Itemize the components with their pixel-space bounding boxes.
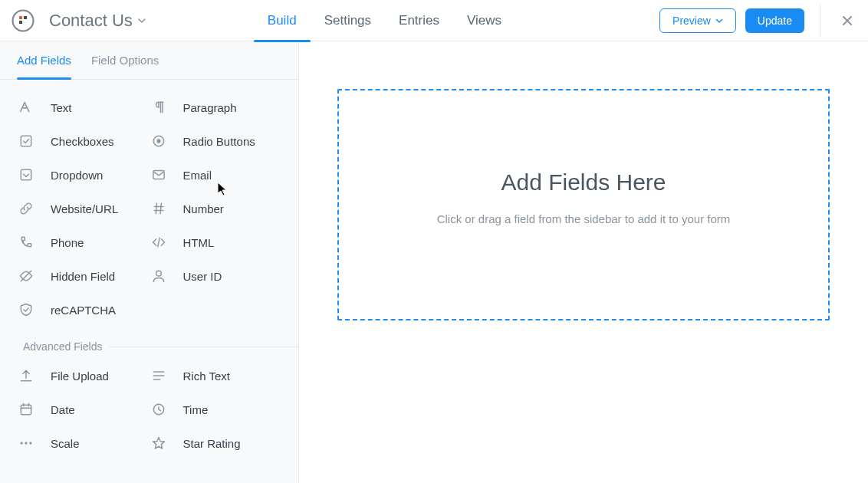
sidebar-tab-field-options[interactable]: Field Options [91, 41, 159, 79]
header-tabs: Build Settings Entries Views [254, 0, 515, 41]
field-time[interactable]: Time [150, 400, 282, 419]
tab-entries[interactable]: Entries [385, 0, 453, 41]
app-header: Contact Us Build Settings Entries Views … [0, 0, 868, 41]
divider [820, 5, 820, 37]
star-icon [150, 434, 168, 452]
richtext-icon [150, 366, 168, 385]
hidden-icon [17, 267, 35, 285]
field-rich-text[interactable]: Rich Text [150, 366, 282, 385]
section-header-advanced: Advanced Fields [0, 330, 298, 356]
field-dropdown[interactable]: Dropdown [17, 166, 150, 184]
advanced-fields-grid: File Upload Rich Text Date Time [0, 356, 298, 452]
shield-icon [17, 301, 35, 319]
field-radio-buttons[interactable]: Radio Buttons [150, 132, 282, 150]
tab-label: Settings [324, 13, 371, 28]
html-icon [150, 233, 168, 251]
field-label: Radio Buttons [183, 135, 255, 148]
checkbox-icon [17, 132, 35, 150]
tab-views[interactable]: Views [453, 0, 515, 41]
scale-icon [17, 434, 35, 452]
field-label: Hidden Field [51, 270, 115, 283]
field-checkboxes[interactable]: Checkboxes [17, 132, 150, 150]
svg-rect-7 [21, 169, 31, 179]
svg-rect-3 [24, 16, 27, 19]
field-label: Dropdown [51, 169, 103, 182]
sidebar-tabs: Add Fields Field Options [0, 41, 298, 80]
form-title: Contact Us [49, 11, 133, 31]
field-email[interactable]: Email [150, 166, 282, 184]
field-label: User ID [183, 270, 222, 283]
field-label: Paragraph [183, 101, 237, 114]
button-label: Update [758, 15, 792, 27]
close-icon [841, 15, 853, 27]
close-button[interactable] [837, 11, 857, 31]
time-icon [150, 400, 168, 419]
field-label: Rich Text [183, 370, 230, 383]
field-hidden[interactable]: Hidden Field [17, 267, 150, 285]
sidebar-tab-add-fields[interactable]: Add Fields [17, 41, 71, 79]
field-label: Website/URL [51, 202, 118, 215]
svg-rect-10 [21, 405, 31, 415]
field-file-upload[interactable]: File Upload [17, 366, 150, 385]
field-phone[interactable]: Phone [17, 233, 150, 251]
field-label: reCAPTCHA [51, 304, 116, 317]
field-label: Time [183, 403, 209, 416]
tab-label: Add Fields [17, 54, 71, 67]
svg-point-0 [13, 10, 34, 31]
tab-label: Entries [399, 13, 439, 28]
field-label: HTML [183, 236, 215, 249]
field-recaptcha[interactable]: reCAPTCHA [17, 301, 150, 319]
tab-build[interactable]: Build [254, 0, 311, 41]
tab-label: Views [467, 13, 501, 28]
field-label: Star Rating [183, 437, 241, 450]
field-label: Number [183, 202, 224, 215]
svg-point-13 [25, 442, 27, 444]
field-website-url[interactable]: Website/URL [17, 199, 150, 218]
tab-label: Build [268, 13, 297, 28]
field-text[interactable]: Text [17, 98, 150, 117]
sidebar-scroll[interactable]: Text Paragraph Checkboxes Radio Buttons [0, 80, 298, 483]
svg-rect-2 [19, 21, 22, 24]
field-html[interactable]: HTML [150, 233, 282, 251]
svg-point-12 [21, 442, 23, 444]
chevron-down-icon [137, 16, 146, 25]
field-label: Text [51, 101, 72, 114]
canvas: Add Fields Here Click or drag a field fr… [299, 41, 868, 483]
svg-point-6 [156, 139, 160, 143]
app-logo-icon [9, 7, 37, 34]
field-label: Scale [51, 437, 80, 450]
field-scale[interactable]: Scale [17, 434, 150, 452]
upload-icon [17, 366, 35, 385]
field-user-id[interactable]: User ID [150, 267, 282, 285]
dropdown-icon [17, 166, 35, 184]
paragraph-icon [150, 98, 168, 117]
field-date[interactable]: Date [17, 400, 150, 419]
field-number[interactable]: Number [150, 199, 282, 218]
svg-point-14 [29, 442, 31, 444]
field-label: Phone [51, 236, 84, 249]
phone-icon [17, 233, 35, 251]
header-actions: Preview Update [659, 5, 868, 37]
number-icon [150, 199, 168, 218]
form-title-button[interactable]: Contact Us [49, 11, 146, 31]
app-body: Add Fields Field Options Text Paragraph [0, 41, 868, 483]
section-title: Advanced Fields [17, 340, 109, 353]
dropzone-title: Add Fields Here [501, 169, 666, 196]
text-icon [17, 98, 35, 117]
radio-icon [150, 132, 168, 150]
dropzone[interactable]: Add Fields Here Click or drag a field fr… [337, 89, 830, 320]
svg-rect-1 [19, 16, 22, 19]
update-button[interactable]: Update [745, 8, 804, 33]
chevron-down-icon [715, 17, 723, 25]
dropzone-subtitle: Click or drag a field from the sidebar t… [437, 212, 731, 225]
preview-button[interactable]: Preview [659, 8, 736, 33]
link-icon [17, 199, 35, 218]
button-label: Preview [672, 15, 711, 27]
field-paragraph[interactable]: Paragraph [150, 98, 282, 117]
basic-fields-grid: Text Paragraph Checkboxes Radio Buttons [0, 87, 298, 319]
app-root: Contact Us Build Settings Entries Views … [0, 0, 868, 483]
field-label: Email [183, 169, 212, 182]
section-advanced: Advanced Fields [0, 330, 298, 356]
tab-settings[interactable]: Settings [311, 0, 385, 41]
field-star-rating[interactable]: Star Rating [150, 434, 282, 452]
